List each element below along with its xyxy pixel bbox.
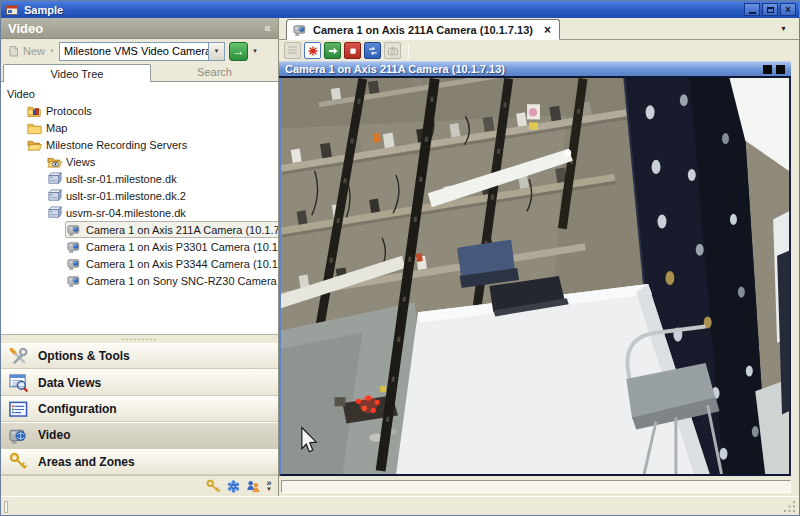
go-dropdown-caret[interactable]: ▼ bbox=[252, 48, 258, 54]
camera-type-combobox[interactable]: Milestone VMS Video Camera ▼ bbox=[59, 42, 225, 61]
panel-header: Video « bbox=[1, 18, 278, 39]
splitter-grip-dots: ········· bbox=[122, 337, 158, 341]
tree-item-label: Camera 1 on Axis P3301 Camera (10.1.7.72… bbox=[86, 241, 278, 253]
close-tab-icon[interactable]: × bbox=[544, 23, 551, 37]
tree-item-label: Protocols bbox=[46, 105, 92, 117]
gear-blue-icon[interactable] bbox=[226, 479, 241, 494]
tree-item-label: Camera 1 on Axis 211A Camera (10.1.7.13) bbox=[86, 224, 278, 236]
tree-item-server-usvm-sr-04[interactable]: usvm-sr-04.milestone.dk bbox=[45, 204, 190, 221]
close-button[interactable]: × bbox=[780, 3, 796, 16]
new-button[interactable]: New bbox=[5, 44, 48, 58]
event-star-icon bbox=[307, 45, 319, 57]
tab-search[interactable]: Search bbox=[151, 63, 278, 81]
tree-item-camera-axis-p3344[interactable]: Camera 1 on Axis P3344 Camera (10.1.7.85… bbox=[65, 255, 278, 272]
tree-item-map[interactable]: Map bbox=[25, 119, 71, 136]
tree-item-label: uslt-sr-01.milestone.dk bbox=[66, 173, 177, 185]
key-icon bbox=[8, 452, 29, 471]
navigation-accordion: Options & Tools Data Views Configuration… bbox=[1, 343, 278, 475]
panel-splitter[interactable]: ········· bbox=[1, 334, 278, 343]
accordion-options-tools[interactable]: Options & Tools bbox=[1, 343, 278, 369]
video-camera-icon bbox=[8, 426, 29, 445]
tree-item-protocols[interactable]: Protocols bbox=[25, 102, 96, 119]
resize-grip[interactable] bbox=[783, 500, 796, 513]
tab-list-caret-icon[interactable]: ▼ bbox=[780, 25, 787, 32]
tools-icon bbox=[8, 347, 29, 366]
document-tab-label: Camera 1 on Axis 211A Camera (10.1.7.13) bbox=[313, 24, 533, 36]
navigation-panel: Video « New ▼ Milestone VMS Video Camera… bbox=[1, 18, 279, 496]
refresh-button[interactable] bbox=[364, 42, 381, 59]
restore-button[interactable] bbox=[762, 3, 778, 16]
event-button[interactable] bbox=[304, 42, 321, 59]
accordion-video[interactable]: Video bbox=[1, 422, 278, 448]
tree-item-label: Camera 1 on Axis P3344 Camera (10.1.7.85… bbox=[86, 258, 278, 270]
accordion-label: Configuration bbox=[38, 402, 117, 416]
camera-icon bbox=[67, 222, 82, 237]
tree-item-server-uslt-sr-01[interactable]: uslt-sr-01.milestone.dk bbox=[45, 170, 181, 187]
tree-item-camera-axis-211a[interactable]: Camera 1 on Axis 211A Camera (10.1.7.13) bbox=[65, 221, 278, 238]
grid-icon bbox=[287, 45, 298, 56]
tree-item-recording-servers[interactable]: Milestone Recording Servers bbox=[25, 136, 191, 153]
camera-icon bbox=[67, 273, 82, 288]
video-indicator-square-2[interactable] bbox=[776, 65, 785, 74]
accordion-label: Data Views bbox=[38, 376, 101, 390]
folder-protocols-icon bbox=[27, 103, 42, 118]
people-icon[interactable] bbox=[246, 479, 261, 494]
snapshot-camera-icon bbox=[387, 45, 399, 57]
video-tile-header[interactable]: Camera 1 on Axis 211A Camera (10.1.7.13) bbox=[279, 61, 791, 78]
accordion-overflow-bar: » ▼ bbox=[1, 475, 278, 496]
right-panel-bottom-bar bbox=[281, 480, 791, 493]
accordion-label: Options & Tools bbox=[38, 349, 130, 363]
accordion-label: Areas and Zones bbox=[38, 455, 135, 469]
app-icon bbox=[6, 4, 18, 16]
folder-icon bbox=[27, 120, 42, 135]
video-header-buttons bbox=[763, 65, 785, 74]
minimize-button[interactable] bbox=[744, 3, 760, 16]
tree-item-label: uslt-sr-01.milestone.dk.2 bbox=[66, 190, 186, 202]
camera-video-frame bbox=[281, 78, 789, 474]
close-icon: × bbox=[785, 5, 791, 14]
collapse-panel-icon[interactable]: « bbox=[264, 21, 271, 35]
data-views-icon bbox=[8, 373, 29, 392]
document-panel: Camera 1 on Axis 211A Camera (10.1.7.13)… bbox=[279, 18, 799, 496]
window-titlebar[interactable]: Sample × bbox=[1, 1, 799, 18]
video-tree: Video Protocols Map Milestone Recording … bbox=[1, 82, 278, 334]
tab-video-tree[interactable]: Video Tree bbox=[3, 64, 151, 82]
video-indicator-square-1[interactable] bbox=[763, 65, 772, 74]
status-bar bbox=[1, 496, 799, 516]
accordion-label: Video bbox=[38, 428, 70, 442]
camera-type-value: Milestone VMS Video Camera bbox=[60, 45, 208, 57]
accordion-areas-zones[interactable]: Areas and Zones bbox=[1, 449, 278, 475]
tree-item-video-root[interactable]: Video bbox=[5, 85, 39, 102]
tree-item-label: Views bbox=[66, 156, 95, 168]
snapshot-button[interactable] bbox=[384, 42, 401, 59]
overflow-chevron-button[interactable]: » ▼ bbox=[266, 480, 272, 492]
start-arrow-icon bbox=[327, 45, 339, 57]
panel-toolbar: New ▼ Milestone VMS Video Camera ▼ → ▼ bbox=[1, 39, 278, 63]
grid-view-button[interactable] bbox=[284, 42, 301, 59]
video-tile-title: Camera 1 on Axis 211A Camera (10.1.7.13) bbox=[285, 63, 505, 75]
new-dropdown-caret[interactable]: ▼ bbox=[49, 48, 55, 54]
tree-item-views[interactable]: Views bbox=[45, 153, 99, 170]
toolbar-separator bbox=[408, 44, 409, 58]
combobox-dropdown-button[interactable]: ▼ bbox=[208, 43, 224, 60]
tree-item-label: usvm-sr-04.milestone.dk bbox=[66, 207, 186, 219]
tree-item-camera-axis-p3301[interactable]: Camera 1 on Axis P3301 Camera (10.1.7.72… bbox=[65, 238, 278, 255]
camera-document-tab[interactable]: Camera 1 on Axis 211A Camera (10.1.7.13)… bbox=[286, 19, 560, 40]
minimize-icon bbox=[749, 12, 756, 14]
accordion-configuration[interactable]: Configuration bbox=[1, 396, 278, 422]
stop-button[interactable] bbox=[344, 42, 361, 59]
server-icon bbox=[47, 171, 62, 186]
chevron-down-icon: ▼ bbox=[266, 486, 272, 492]
key-small-icon[interactable] bbox=[206, 479, 221, 494]
camera-video-tile[interactable] bbox=[279, 78, 791, 476]
server-icon bbox=[47, 188, 62, 203]
refresh-icon bbox=[367, 45, 379, 57]
tree-item-label: Video bbox=[7, 88, 35, 100]
new-item-icon bbox=[8, 45, 20, 57]
start-button[interactable] bbox=[324, 42, 341, 59]
tree-item-camera-sony-rz30[interactable]: Camera 1 on Sony SNC-RZ30 Camera (10.1.2… bbox=[65, 272, 278, 289]
configuration-icon bbox=[8, 400, 29, 419]
accordion-data-views[interactable]: Data Views bbox=[1, 369, 278, 395]
tree-item-server-uslt-sr-01-2[interactable]: uslt-sr-01.milestone.dk.2 bbox=[45, 187, 190, 204]
go-button[interactable]: → bbox=[229, 42, 248, 61]
